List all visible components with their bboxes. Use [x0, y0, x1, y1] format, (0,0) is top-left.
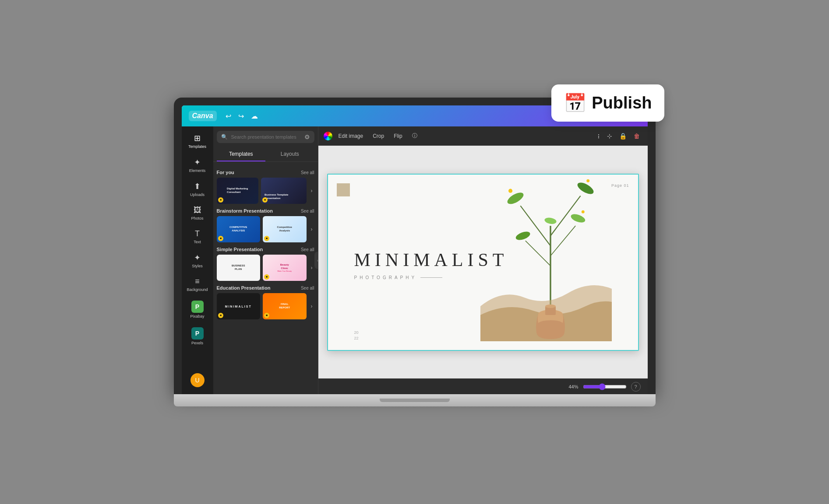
- canva-logo: Canva: [189, 111, 217, 121]
- zoom-level-text: 44%: [568, 384, 578, 389]
- premium-badge-2: ★: [262, 197, 268, 203]
- template-row-simple: BUSINESSPLAN BeautyClinic Make Your Beau…: [217, 255, 314, 281]
- premium-badge: ★: [218, 197, 223, 203]
- svg-point-15: [545, 304, 556, 308]
- sidebar-item-label: Photos: [191, 216, 203, 220]
- sidebar-item-styles[interactable]: ✦ Styles: [183, 249, 212, 272]
- pexels-icon: P: [191, 327, 204, 340]
- svg-point-10: [508, 189, 512, 192]
- template-thumb-business-template[interactable]: Business TemplatePresentation ★: [261, 178, 307, 204]
- panel-tabs: Templates Layouts: [213, 147, 318, 162]
- toolbar-right-actions: ⫶ ⊹ 🔒 🗑: [594, 131, 642, 141]
- cloud-save-button[interactable]: ☁: [249, 110, 260, 122]
- redo-button[interactable]: ↪: [236, 110, 246, 122]
- zoom-bar: 44% ?: [318, 378, 648, 394]
- canvas-wrapper: Page 01: [318, 146, 648, 378]
- template-row-education: MINIMALIST ★ FINALREPORT ★: [217, 293, 314, 319]
- sidebar-item-pixabay[interactable]: P Pixabay: [183, 297, 212, 322]
- section-header-brainstorm: Brainstorm Presentation See all: [217, 208, 314, 214]
- scroll-right-arrow-for-you[interactable]: ›: [309, 186, 314, 196]
- canvas-slide[interactable]: Page 01: [327, 174, 639, 351]
- background-icon: ≡: [195, 277, 200, 286]
- color-picker-button[interactable]: [324, 132, 332, 140]
- sidebar-item-photos[interactable]: 🖼 Photos: [183, 202, 212, 224]
- templates-scroll: For you See all Digital MarketingConsult…: [213, 162, 318, 394]
- edit-image-button[interactable]: Edit image: [335, 131, 367, 141]
- sidebar-item-label: Pexels: [191, 341, 203, 345]
- sidebar-item-text[interactable]: T Text: [183, 226, 212, 248]
- premium-badge-6: ★: [218, 313, 223, 318]
- flip-button[interactable]: Flip: [390, 131, 406, 141]
- sidebar-item-label: Styles: [192, 264, 203, 268]
- toolbar-lock-icon[interactable]: 🔒: [617, 131, 629, 141]
- svg-point-9: [544, 217, 557, 224]
- search-bar: 🔍 ⚙: [217, 131, 314, 143]
- laptop-base: [174, 394, 656, 406]
- tab-layouts[interactable]: Layouts: [265, 147, 314, 161]
- see-all-simple[interactable]: See all: [301, 247, 314, 252]
- slide-year: 20 22: [354, 330, 359, 341]
- canvas-toolbar: Edit image Crop Flip ⓘ ⫶ ⊹ 🔒 🗑: [318, 126, 648, 146]
- publish-badge[interactable]: 📅 Publish: [551, 84, 664, 122]
- section-title-for-you: For you: [217, 170, 234, 175]
- text-icon: T: [195, 229, 200, 238]
- sidebar-item-elements[interactable]: ✦ Elements: [183, 154, 212, 176]
- sidebar-item-background[interactable]: ≡ Background: [183, 273, 212, 295]
- sidebar-item-pexels[interactable]: P Pexels: [183, 324, 212, 349]
- toolbar-delete-icon[interactable]: 🗑: [631, 131, 642, 141]
- tab-templates[interactable]: Templates: [217, 147, 266, 161]
- publish-calendar-icon: 📅: [564, 92, 586, 114]
- see-all-for-you[interactable]: See all: [301, 170, 314, 175]
- svg-point-12: [581, 210, 584, 213]
- scroll-right-arrow-education[interactable]: ›: [309, 301, 314, 311]
- svg-point-5: [505, 190, 525, 206]
- premium-badge-4: ★: [264, 236, 269, 241]
- top-bar-actions: ↩ ↪ ☁: [224, 110, 260, 122]
- main-area: ⊞ Templates ✦ Elements ⬆ Uploads: [182, 126, 648, 394]
- sidebar-item-templates[interactable]: ⊞ Templates: [183, 130, 212, 152]
- template-thumb-business-plan[interactable]: BUSINESSPLAN: [217, 255, 261, 281]
- section-header-education: Education Presentation See all: [217, 285, 314, 290]
- sidebar-item-uploads[interactable]: ⬆ Uploads: [183, 178, 212, 200]
- elements-icon: ✦: [194, 158, 201, 167]
- slide-page-number: Page 01: [611, 183, 629, 188]
- help-button[interactable]: ?: [631, 382, 641, 392]
- section-title-brainstorm: Brainstorm Presentation: [217, 208, 273, 214]
- slide-corner-decoration: [337, 183, 350, 196]
- see-all-education[interactable]: See all: [301, 286, 314, 290]
- search-filter-button[interactable]: ⚙: [304, 133, 310, 140]
- toolbar-filter-icon[interactable]: ⫶: [594, 131, 603, 141]
- photos-icon: 🖼: [194, 206, 201, 215]
- see-all-brainstorm[interactable]: See all: [301, 209, 314, 214]
- panel-collapse-handle[interactable]: ‹: [314, 252, 318, 269]
- section-header-simple: Simple Presentation See all: [217, 247, 314, 252]
- info-button[interactable]: ⓘ: [409, 130, 421, 142]
- section-title-simple: Simple Presentation: [217, 247, 263, 252]
- template-row-for-you: Digital MarketingConsultant ★ Business T…: [217, 178, 314, 204]
- slide-sub-title-line: [420, 277, 442, 278]
- template-thumb-minimalist-dark[interactable]: MINIMALIST ★: [217, 293, 261, 319]
- sidebar-icons: ⊞ Templates ✦ Elements ⬆ Uploads: [182, 126, 213, 394]
- slide-sub-title: PHOTOGRAPHY: [354, 275, 443, 280]
- publish-label: Publish: [592, 94, 652, 112]
- template-thumb-beauty-clinic[interactable]: BeautyClinic Make Your Beauty ★: [263, 255, 307, 281]
- search-input[interactable]: [231, 134, 301, 140]
- laptop-notch: [380, 399, 450, 402]
- vase-svg: [480, 254, 612, 341]
- templates-icon: ⊞: [194, 133, 201, 143]
- slide-sub-title-text: PHOTOGRAPHY: [354, 275, 417, 280]
- crop-button[interactable]: Crop: [369, 131, 388, 141]
- zoom-slider[interactable]: [583, 383, 627, 390]
- template-thumb-digital-marketing[interactable]: Digital MarketingConsultant ★: [217, 178, 259, 204]
- template-thumb-final-report[interactable]: FINALREPORT ★: [263, 293, 307, 319]
- scroll-right-arrow-brainstorm[interactable]: ›: [309, 224, 314, 234]
- template-thumb-competitive1[interactable]: COMPETITIVEANALYSIS ★: [217, 216, 261, 242]
- svg-line-1: [520, 206, 550, 245]
- undo-button[interactable]: ↩: [224, 110, 233, 122]
- left-panel: 🔍 ⚙ Templates Layouts: [213, 126, 318, 394]
- toolbar-transparency-icon[interactable]: ⊹: [604, 131, 615, 141]
- user-avatar[interactable]: U: [190, 373, 205, 387]
- template-thumb-competitive2[interactable]: CompetitiveAnalysis ★: [263, 216, 307, 242]
- pixabay-icon: P: [191, 301, 204, 313]
- scroll-right-arrow-simple[interactable]: ›: [309, 263, 314, 273]
